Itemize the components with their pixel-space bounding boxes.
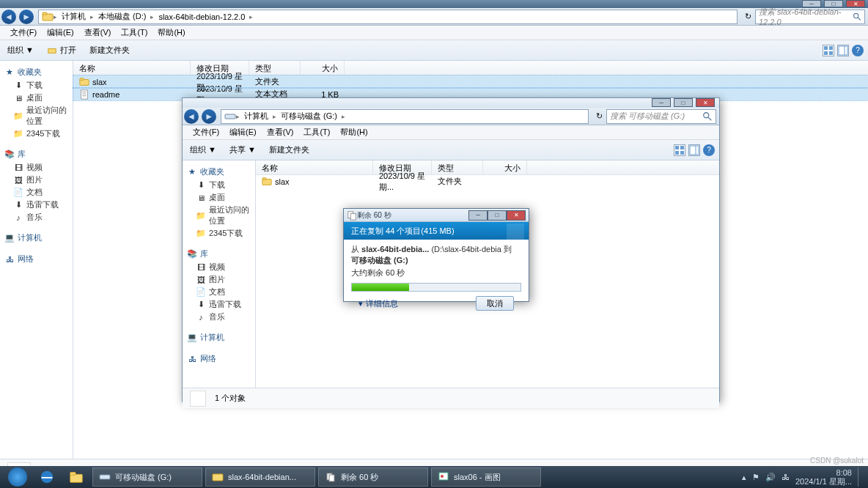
win2-sidebar-pictures[interactable]: 🖼图片 — [183, 273, 255, 286]
win2-sidebar-desktop[interactable]: 🖥桌面 — [183, 191, 255, 204]
win2-help-button[interactable]: ? — [703, 144, 715, 156]
organize-button[interactable]: 组织 ▼ — [4, 42, 37, 59]
win2-sidebar-recent[interactable]: 📁最近访问的位置 — [183, 204, 255, 227]
tray-up-icon[interactable]: ▴ — [742, 473, 746, 482]
sidebar-item-2345dl[interactable]: 📁2345下载 — [0, 127, 73, 140]
help-button[interactable]: ? — [852, 45, 864, 56]
sidebar-item-music[interactable]: ♪音乐 — [0, 211, 73, 223]
menu-edit[interactable]: 编辑(E) — [43, 26, 78, 40]
sidebar-libraries-head[interactable]: 📚库 — [0, 147, 73, 161]
taskbar-ie-button[interactable] — [34, 467, 60, 487]
sidebar-item-pictures[interactable]: 🖼图片 — [0, 174, 73, 186]
sidebar-item-xunlei[interactable]: ⬇迅雷下载 — [0, 199, 73, 211]
breadcrumb-seg[interactable]: 可移动磁盘 (G:) — [276, 110, 342, 123]
win2-col-size[interactable]: 大小 — [483, 160, 527, 175]
dlg-close-button[interactable]: ✕ — [507, 210, 526, 221]
taskbar-clock[interactable]: 8:08 2024/1/1 星期... — [795, 468, 852, 486]
win2-share-button[interactable]: 共享 ▼ — [227, 142, 259, 158]
sidebar-item-desktop[interactable]: 🖥桌面 — [0, 92, 73, 104]
sidebar-computer[interactable]: 💻计算机 — [0, 231, 73, 245]
win2-refresh-icon[interactable]: ↻ — [592, 111, 606, 121]
open-button[interactable]: 打开 — [44, 42, 79, 59]
dlg-minimize-button[interactable]: ─ — [468, 210, 488, 221]
win2-breadcrumb[interactable]: ▸ 计算机▸ 可移动磁盘 (G:)▸ — [221, 109, 589, 124]
col-name[interactable]: 名称 — [73, 61, 191, 75]
svg-rect-21 — [680, 146, 684, 149]
menu-help[interactable]: 帮助(H) — [153, 26, 189, 40]
win2-sidebar-xunlei[interactable]: ⬇迅雷下载 — [183, 298, 255, 311]
sidebar-favorites-head[interactable]: ★收藏夹 — [0, 65, 73, 79]
svg-rect-32 — [70, 473, 76, 476]
win2-view-icon-button[interactable] — [674, 144, 685, 156]
sidebar-item-videos[interactable]: 🎞视频 — [0, 161, 73, 174]
win2-minimize-button[interactable]: ─ — [652, 98, 671, 107]
menu-file[interactable]: 文件(F) — [6, 26, 41, 40]
win2-menu-help[interactable]: 帮助(H) — [336, 126, 372, 139]
preview-pane-button[interactable] — [837, 45, 849, 56]
system-tray[interactable]: ▴ ⚑ 🔊 🖧 8:08 2024/1/1 星期... — [742, 467, 864, 487]
breadcrumb-seg[interactable]: 本地磁盘 (D:) — [94, 10, 150, 23]
dlg-maximize-button[interactable]: □ — [488, 210, 507, 221]
menu-view[interactable]: 查看(V) — [80, 26, 116, 40]
start-button[interactable] — [4, 467, 31, 487]
svg-rect-34 — [213, 474, 223, 481]
flag-icon[interactable]: ⚑ — [752, 473, 760, 482]
ie-icon — [39, 469, 55, 485]
taskbar-explorer-button[interactable] — [63, 467, 89, 487]
sidebar-item-documents[interactable]: 📄文档 — [0, 186, 73, 199]
nav-back-button[interactable]: ◄ — [0, 9, 18, 25]
win2-nav-forward-button[interactable]: ◄ — [200, 108, 218, 125]
taskbar-task[interactable]: slax-64bit-debian... — [205, 467, 315, 487]
win2-newfolder-button[interactable]: 新建文件夹 — [266, 142, 312, 158]
breadcrumb-seg[interactable]: 计算机 — [57, 10, 90, 23]
refresh-icon[interactable]: ↻ — [740, 12, 755, 21]
win2-organize-button[interactable]: 组织 ▼ — [187, 142, 219, 158]
svg-rect-22 — [675, 151, 679, 155]
breadcrumb[interactable]: ▸ 计算机▸ 本地磁盘 (D:)▸ slax-64bit-debian-12.2… — [38, 10, 738, 24]
win2-sidebar-documents[interactable]: 📄文档 — [183, 286, 255, 298]
col-size[interactable]: 大小 — [301, 61, 345, 75]
win2-search-input[interactable]: 搜索 可移动磁盘 (G:) — [606, 109, 716, 124]
sidebar-network[interactable]: 🖧网络 — [0, 252, 73, 266]
win2-sidebar-libraries-head[interactable]: 📚库 — [183, 247, 255, 261]
svg-rect-12 — [80, 78, 84, 80]
win2-file-row[interactable]: slax 2023/10/9 星期... 文件夹 — [256, 175, 719, 188]
win2-menu-tools[interactable]: 工具(T) — [299, 126, 334, 139]
win2-nav-back-button[interactable]: ◄ — [183, 108, 200, 125]
taskbar-task[interactable]: 剩余 60 秒 — [318, 467, 428, 487]
details-expander[interactable]: ▾详细信息 — [358, 298, 471, 309]
taskbar-task[interactable]: slax06 - 画图 — [431, 467, 541, 487]
newfolder-button[interactable]: 新建文件夹 — [87, 42, 133, 59]
menu-tools[interactable]: 工具(T) — [117, 26, 152, 40]
win2-sidebar-2345dl[interactable]: 📁2345下载 — [183, 227, 255, 240]
win2-menu-edit[interactable]: 编辑(E) — [225, 126, 261, 139]
nav-forward-button[interactable]: ◄ — [18, 9, 35, 25]
win2-sidebar-downloads[interactable]: ⬇下载 — [183, 179, 255, 191]
win2-sidebar-computer[interactable]: 💻计算机 — [183, 330, 255, 344]
win2-sidebar-network[interactable]: 🖧网络 — [183, 352, 255, 366]
view-icon-button[interactable] — [823, 45, 834, 56]
show-desktop-button[interactable] — [858, 467, 864, 487]
win2-maximize-button[interactable]: □ — [674, 98, 693, 107]
win2-col-type[interactable]: 类型 — [432, 160, 483, 175]
win2-sidebar-videos[interactable]: 🎞视频 — [183, 261, 255, 273]
col-type[interactable]: 类型 — [249, 61, 301, 75]
sidebar-item-downloads[interactable]: ⬇下载 — [0, 79, 73, 92]
win2-menu-file[interactable]: 文件(F) — [188, 126, 224, 139]
main-titlebar: ─ □ ✕ — [0, 0, 868, 8]
win2-sidebar-favorites-head[interactable]: ★收藏夹 — [183, 165, 255, 179]
win2-sidebar-music[interactable]: ♪音乐 — [183, 311, 255, 323]
network-tray-icon[interactable]: 🖧 — [781, 473, 790, 481]
cancel-button[interactable]: 取消 — [476, 296, 514, 311]
dlg-titlebar[interactable]: 剩余 60 秒 ─ □ ✕ — [344, 209, 529, 222]
volume-icon[interactable]: 🔊 — [765, 473, 776, 482]
breadcrumb-seg[interactable]: slax-64bit-debian-12.2.0 — [154, 10, 249, 23]
win2-close-button[interactable]: ✕ — [696, 98, 715, 107]
win2-col-name[interactable]: 名称 — [256, 160, 373, 175]
win2-menu-view[interactable]: 查看(V) — [262, 126, 298, 139]
win2-preview-pane-button[interactable] — [688, 144, 700, 156]
taskbar-task[interactable]: 可移动磁盘 (G:) — [92, 467, 202, 487]
sidebar-item-recent[interactable]: 📁最近访问的位置 — [0, 104, 73, 127]
search-input[interactable]: 搜索 slax-64bit-debian-12.2.0 — [755, 10, 865, 24]
breadcrumb-seg[interactable]: 计算机 — [240, 110, 273, 123]
